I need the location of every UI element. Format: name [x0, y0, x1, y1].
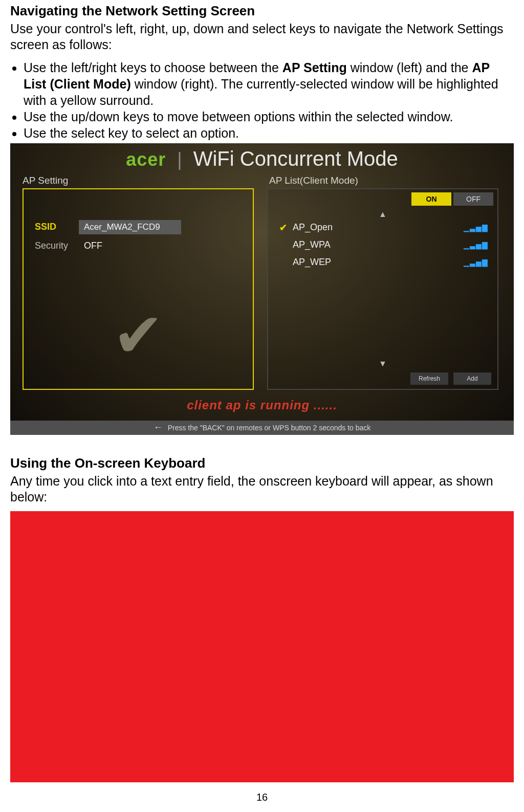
checkmark-icon: ✔	[113, 304, 164, 366]
status-line: client ap is running ......	[10, 398, 514, 412]
bullet-3: Use the select key to select an option.	[24, 125, 514, 141]
bullet-1-bold-1: AP Setting	[282, 60, 347, 75]
intro-paragraph-2: Any time you click into a text entry fie…	[10, 473, 514, 506]
bullet-1-pre: Use the left/right keys to choose betwee…	[24, 60, 282, 75]
scroll-down-icon[interactable]: ▼	[379, 359, 387, 368]
ap-name: AP_WEP	[293, 257, 464, 268]
ap-setting-label: AP Setting	[23, 175, 68, 186]
bullet-1-mid: window (left) and the	[351, 60, 472, 75]
instruction-bullets: Use the left/right keys to choose betwee…	[10, 59, 514, 141]
wifi-settings-screenshot: acer | WiFi Concurrent Mode AP Setting A…	[10, 143, 514, 435]
add-button[interactable]: Add	[453, 372, 491, 385]
back-arrow-icon: ←	[154, 422, 163, 433]
scroll-up-icon[interactable]: ▲	[379, 210, 387, 219]
ssid-row[interactable]: SSID Acer_MWA2_FCD9	[35, 220, 181, 234]
security-row[interactable]: Security OFF	[35, 240, 102, 251]
ap-list-item[interactable]: AP_WEP ▁▃▅▇	[279, 255, 488, 270]
keyboard-screenshot-placeholder	[10, 511, 514, 782]
brand-row: acer | WiFi Concurrent Mode	[10, 143, 514, 170]
security-value: OFF	[79, 240, 102, 251]
on-button[interactable]: ON	[411, 192, 451, 206]
ssid-label: SSID	[35, 222, 79, 232]
wifi-signal-icon: ▁▃▅▇	[464, 241, 488, 249]
off-button[interactable]: OFF	[453, 192, 493, 206]
heading-keyboard: Using the On-screen Keyboard	[10, 455, 514, 471]
ap-list-item[interactable]: AP_WPA ▁▃▅▇	[279, 237, 488, 253]
checkmark-icon: ✔	[279, 222, 293, 233]
acer-logo: acer	[126, 149, 166, 170]
intro-paragraph-1: Use your control's left, right, up, down…	[10, 21, 514, 53]
footer-text: Press the "BACK" on remotes or WPS butto…	[168, 424, 371, 432]
refresh-button[interactable]: Refresh	[410, 372, 448, 385]
ap-setting-panel[interactable]: SSID Acer_MWA2_FCD9 Security OFF ✔	[23, 188, 254, 390]
ap-list-panel[interactable]: ON OFF ▲ ✔ AP_Open ▁▃▅▇ AP_WPA ▁▃▅▇ AP_W…	[267, 188, 498, 390]
ap-name: AP_Open	[293, 222, 464, 233]
wifi-signal-icon: ▁▃▅▇	[464, 224, 488, 232]
wifi-signal-icon: ▁▃▅▇	[464, 258, 488, 267]
page-number: 16	[10, 792, 514, 803]
footer-bar: ← Press the "BACK" on remotes or WPS but…	[10, 421, 514, 435]
bullet-2: Use the up/down keys to move between opt…	[24, 108, 514, 125]
on-off-toggle[interactable]: ON OFF	[409, 192, 493, 206]
bullet-1: Use the left/right keys to choose betwee…	[24, 59, 514, 108]
brand-separator: |	[171, 149, 188, 170]
mode-title: WiFi Concurrent Mode	[193, 147, 398, 170]
ssid-value[interactable]: Acer_MWA2_FCD9	[79, 220, 181, 234]
ap-name: AP_WPA	[293, 239, 464, 250]
heading-navigating: Navigating the Network Setting Screen	[10, 3, 514, 19]
security-label: Security	[35, 240, 79, 251]
ap-list-item[interactable]: ✔ AP_Open ▁▃▅▇	[279, 220, 488, 235]
ap-list-label: AP List(Client Mode)	[269, 175, 358, 186]
